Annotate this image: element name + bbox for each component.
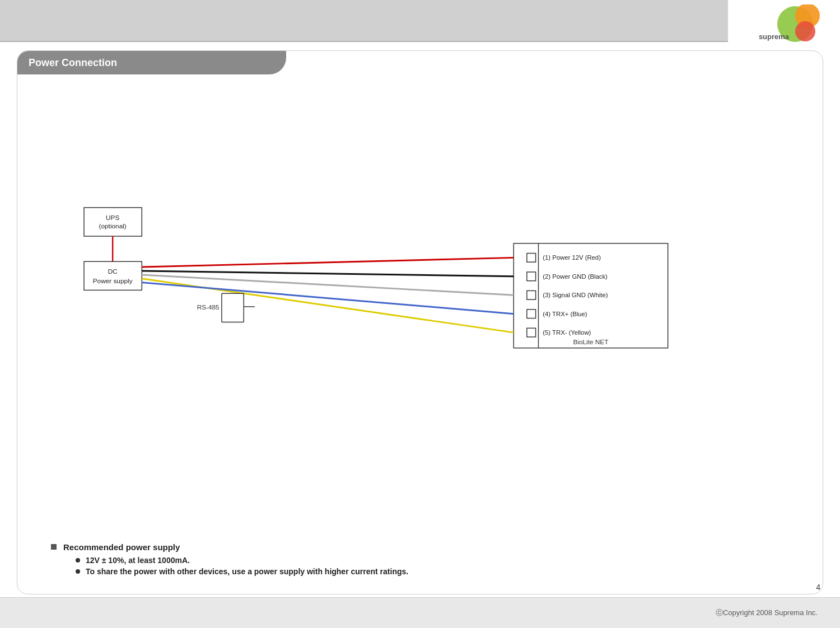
svg-text:Power supply: Power supply bbox=[93, 277, 133, 285]
svg-rect-4 bbox=[84, 208, 142, 236]
header-bar bbox=[0, 0, 840, 42]
svg-line-25 bbox=[142, 271, 514, 276]
svg-rect-16 bbox=[527, 310, 536, 318]
svg-rect-14 bbox=[527, 272, 536, 281]
note-main-label: Recommended power supply bbox=[63, 542, 180, 552]
note-bullet bbox=[51, 544, 57, 550]
svg-rect-17 bbox=[527, 328, 536, 337]
svg-text:(1) Power 12V (Red): (1) Power 12V (Red) bbox=[543, 254, 601, 261]
sub-bullet-1 bbox=[76, 558, 80, 563]
svg-text:RS-485: RS-485 bbox=[197, 303, 220, 311]
notes-section: Recommended power supply 12V ± 10%, at l… bbox=[51, 542, 789, 583]
svg-text:(5) TRX- (Yellow): (5) TRX- (Yellow) bbox=[543, 329, 591, 336]
svg-rect-15 bbox=[527, 290, 536, 299]
svg-text:suprema: suprema bbox=[759, 32, 790, 41]
page-title: Power Connection bbox=[29, 57, 117, 69]
page-number: 4 bbox=[816, 583, 820, 592]
title-bar: Power Connection bbox=[17, 51, 286, 74]
svg-text:(3) Signal GND (White): (3) Signal GND (White) bbox=[543, 292, 608, 298]
svg-text:(4) TRX+ (Blue): (4) TRX+ (Blue) bbox=[543, 311, 587, 317]
logo-area: suprema bbox=[728, 0, 840, 48]
svg-line-28 bbox=[142, 283, 514, 314]
svg-text:(optional): (optional) bbox=[99, 222, 127, 230]
svg-rect-8 bbox=[84, 261, 142, 290]
sub-note-2: To share the power with other devices, u… bbox=[76, 567, 408, 576]
sub-note-1: 12V ± 10%, at least 1000mA. bbox=[76, 556, 408, 565]
svg-line-26 bbox=[142, 275, 514, 295]
svg-text:UPS: UPS bbox=[106, 214, 119, 222]
footer: ⓒCopyright 2008 Suprema Inc. bbox=[0, 597, 840, 628]
svg-line-24 bbox=[142, 257, 514, 267]
svg-text:DC: DC bbox=[108, 268, 118, 275]
diagram-area: UPS (optional) DC Power supply (1) P bbox=[51, 82, 789, 493]
svg-text:BioLite NET: BioLite NET bbox=[573, 338, 608, 346]
svg-text:(2) Power GND (Black): (2) Power GND (Black) bbox=[543, 273, 608, 280]
sub-note-text-1: 12V ± 10%, at least 1000mA. bbox=[86, 556, 190, 565]
svg-rect-13 bbox=[527, 254, 536, 263]
sub-bullet-2 bbox=[76, 569, 80, 574]
svg-point-2 bbox=[795, 21, 815, 41]
svg-line-27 bbox=[142, 279, 514, 332]
sub-note-text-2: To share the power with other devices, u… bbox=[86, 567, 408, 576]
svg-rect-11 bbox=[514, 243, 668, 348]
suprema-logo: suprema bbox=[739, 4, 829, 44]
main-content: Power Connection UPS (optional) DC Power… bbox=[17, 50, 823, 594]
footer-copyright: ⓒCopyright 2008 Suprema Inc. bbox=[716, 608, 818, 618]
note-item: Recommended power supply 12V ± 10%, at l… bbox=[51, 542, 789, 578]
sub-notes: 12V ± 10%, at least 1000mA. To share the… bbox=[76, 556, 408, 576]
